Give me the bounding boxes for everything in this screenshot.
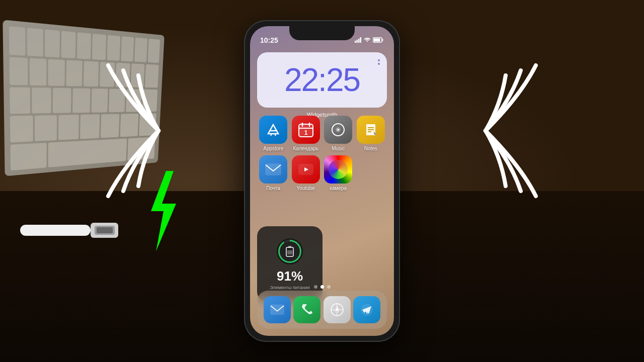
svg-rect-28 [288, 246, 291, 248]
app-grid: Appstore 1 Календарь Music [257, 116, 387, 195]
wifi-waves-right [470, 60, 561, 201]
camera-label: камера [330, 186, 347, 191]
status-icons [355, 37, 384, 44]
dock-safari[interactable] [324, 296, 351, 323]
app-calendar[interactable]: 1 Календарь [290, 116, 322, 151]
widget-dots [378, 59, 380, 65]
appstore-icon [259, 116, 287, 144]
notes-icon [357, 116, 385, 144]
camera-icon [324, 155, 352, 184]
dock-phone[interactable] [293, 296, 320, 323]
dock-mail[interactable] [264, 296, 291, 323]
page-dot-2 [320, 285, 324, 289]
mail-label: Почта [266, 186, 280, 191]
svg-text:1: 1 [304, 129, 307, 136]
app-row-1: Appstore 1 Календарь Music [257, 116, 387, 151]
calendar-icon: 1 [292, 116, 320, 144]
app-youtube[interactable]: Youtube [290, 155, 322, 191]
battery-ring [277, 238, 303, 264]
app-notes[interactable]: Notes [355, 116, 387, 151]
music-label: Music [332, 146, 345, 151]
dock-telegram[interactable] [353, 296, 380, 323]
notch [289, 26, 355, 40]
app-camera[interactable]: камера [322, 155, 354, 191]
svg-rect-8 [360, 37, 362, 43]
phone-screen: 10:25 22:25 Widgetsmith [250, 26, 394, 336]
svg-point-20 [337, 129, 339, 131]
clock-display: 22:25 [284, 64, 360, 96]
app-dock [257, 291, 387, 329]
usb-cable [20, 219, 121, 241]
signal-icon [355, 37, 362, 44]
svg-rect-29 [287, 250, 292, 254]
svg-rect-3 [97, 227, 113, 233]
youtube-icon [292, 155, 320, 184]
app-music[interactable]: Music [322, 116, 354, 151]
svg-rect-24 [266, 164, 281, 175]
notes-label: Notes [364, 146, 377, 151]
page-dot-1 [314, 285, 317, 289]
battery-percent: 91% [277, 268, 303, 284]
youtube-label: Youtube [297, 186, 315, 191]
iphone: 10:25 22:25 Widgetsmith [244, 20, 400, 342]
svg-rect-5 [355, 41, 356, 43]
svg-rect-30 [271, 305, 284, 314]
page-dot-3 [327, 285, 331, 289]
svg-rect-7 [358, 39, 360, 43]
app-mail[interactable]: Почта [257, 155, 289, 191]
wifi-waves-left [83, 60, 174, 201]
status-time: 10:25 [260, 36, 278, 44]
wifi-status-icon [364, 37, 371, 44]
appstore-label: Appstore [263, 146, 283, 151]
svg-rect-6 [357, 40, 358, 43]
svg-rect-11 [374, 38, 380, 41]
mail-icon [259, 155, 287, 184]
page-indicators [250, 285, 394, 289]
app-appstore[interactable]: Appstore [257, 116, 289, 151]
app-row-2: Почта Youtube камера [257, 155, 387, 191]
svg-rect-10 [382, 39, 383, 41]
svg-rect-0 [20, 225, 91, 236]
music-icon [324, 116, 352, 144]
clock-widget: 22:25 [257, 52, 387, 108]
battery-status-icon [373, 37, 384, 44]
battery-phone-icon [280, 241, 300, 261]
calendar-label: Календарь [293, 146, 318, 151]
